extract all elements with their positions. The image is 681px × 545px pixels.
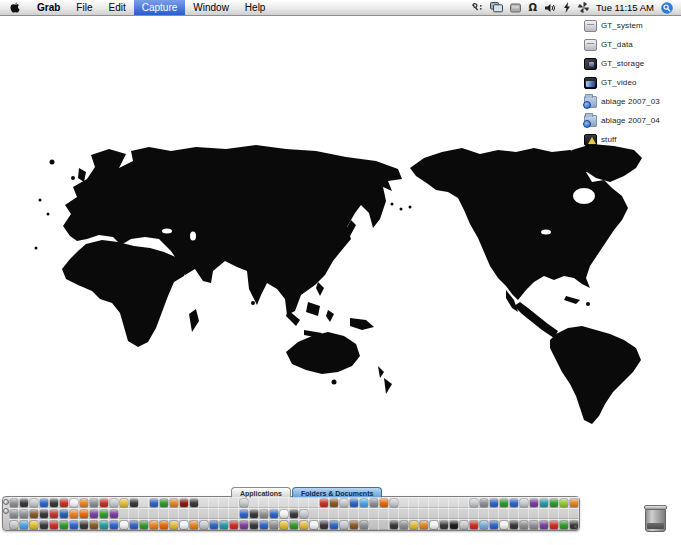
dock-app-icon[interactable] <box>129 519 139 530</box>
dock-app-icon[interactable] <box>269 508 279 519</box>
trash-icon[interactable] <box>645 505 666 532</box>
dock-app-icon[interactable] <box>19 508 29 519</box>
dock-app-icon[interactable] <box>39 508 49 519</box>
dock-app-icon[interactable] <box>349 497 359 508</box>
airport-icon[interactable] <box>578 0 589 15</box>
dock-app-icon[interactable] <box>239 497 249 508</box>
dock-app-icon[interactable] <box>159 519 169 530</box>
dock-app-icon[interactable] <box>539 519 549 530</box>
dock-app-icon[interactable] <box>509 519 519 530</box>
dock-app-icon[interactable] <box>539 497 549 508</box>
dock-app-icon[interactable] <box>89 519 99 530</box>
disk-icon[interactable] <box>510 0 521 15</box>
dock-app-icon[interactable] <box>329 519 339 530</box>
headphones-icon[interactable]: Ω <box>528 0 537 15</box>
dock-app-icon[interactable] <box>109 508 119 519</box>
dock-app-icon[interactable] <box>279 508 289 519</box>
dock-app-icon[interactable] <box>419 519 429 530</box>
volume-icon[interactable] <box>544 0 556 15</box>
dock-app-icon[interactable] <box>569 497 579 508</box>
dock-app-icon[interactable] <box>479 519 489 530</box>
dock-app-icon[interactable] <box>289 519 299 530</box>
dock-app-icon[interactable] <box>329 497 339 508</box>
dock-app-icon[interactable] <box>289 508 299 519</box>
dock-app-icon[interactable] <box>489 497 499 508</box>
dock-app-icon[interactable] <box>369 497 379 508</box>
dock-app-icon[interactable] <box>549 497 559 508</box>
dock-app-icon[interactable] <box>559 519 569 530</box>
desktop-icon-ablage-2007_03[interactable]: ablage 2007_03 <box>584 95 660 108</box>
dock-app-icon[interactable] <box>99 497 109 508</box>
dock-app-icon[interactable] <box>389 519 399 530</box>
desktop-icon-gt_video[interactable]: GT_video <box>584 76 660 89</box>
dock-app-icon[interactable] <box>259 508 269 519</box>
dock-app-icon[interactable] <box>9 519 19 530</box>
dock-app-icon[interactable] <box>249 519 259 530</box>
dock-app-icon[interactable] <box>549 519 559 530</box>
menu-window[interactable]: Window <box>185 0 237 15</box>
menu-help[interactable]: Help <box>237 0 274 15</box>
dock-app-icon[interactable] <box>229 519 239 530</box>
dock-app-icon[interactable] <box>189 497 199 508</box>
dock-app-icon[interactable] <box>379 497 389 508</box>
desktop-icon-gt_data[interactable]: GT_data <box>584 38 660 51</box>
dock-app-icon[interactable] <box>199 519 209 530</box>
dock-app-icon[interactable] <box>499 497 509 508</box>
dock-app-icon[interactable] <box>469 519 479 530</box>
displays-icon[interactable] <box>490 0 503 15</box>
dock-app-icon[interactable] <box>149 497 159 508</box>
dock-app-icon[interactable] <box>89 508 99 519</box>
dock-app-icon[interactable] <box>119 519 129 530</box>
dock-app-icon[interactable] <box>239 519 249 530</box>
dock-app-icon[interactable] <box>309 519 319 530</box>
dock-app-icon[interactable] <box>219 519 229 530</box>
dock-app-icon[interactable] <box>469 497 479 508</box>
dock-app-icon[interactable] <box>179 497 189 508</box>
menubar-clock[interactable]: Tue 11:15 AM <box>596 2 654 13</box>
dock-app-icon[interactable] <box>99 508 109 519</box>
dock-app-icon[interactable] <box>209 519 219 530</box>
dock-app-icon[interactable] <box>169 497 179 508</box>
dock-app-icon[interactable] <box>159 497 169 508</box>
dock-app-icon[interactable] <box>109 519 119 530</box>
dock-app-icon[interactable] <box>439 519 449 530</box>
dock-app-icon[interactable] <box>519 497 529 508</box>
dock-app-icon[interactable] <box>499 519 509 530</box>
dock-app-icon[interactable] <box>39 519 49 530</box>
dock-app-icon[interactable] <box>319 519 329 530</box>
dock-app-icon[interactable] <box>89 497 99 508</box>
dock-app-icon[interactable] <box>359 519 369 530</box>
dock-app-icon[interactable] <box>389 497 399 508</box>
apple-menu[interactable] <box>0 0 29 15</box>
menu-edit[interactable]: Edit <box>100 0 133 15</box>
dock-app-icon[interactable] <box>519 519 529 530</box>
dock-app-icon[interactable] <box>349 519 359 530</box>
dock-app-icon[interactable] <box>359 497 369 508</box>
dock-app-icon[interactable] <box>479 497 489 508</box>
dock-app-icon[interactable] <box>459 519 469 530</box>
dock-app-icon[interactable] <box>29 497 39 508</box>
dock-app-icon[interactable] <box>409 519 419 530</box>
dock-app-icon[interactable] <box>69 497 79 508</box>
menu-grab[interactable]: Grab <box>29 0 68 15</box>
dock-app-icon[interactable] <box>299 519 309 530</box>
dock-app-icon[interactable] <box>109 497 119 508</box>
desktop-icon-ablage-2007_04[interactable]: ablage 2007_04 <box>584 114 660 127</box>
dock-app-icon[interactable] <box>169 519 179 530</box>
dock-app-icon[interactable] <box>139 519 149 530</box>
dock-app-icon[interactable] <box>179 519 189 530</box>
dock-resize-handle[interactable] <box>574 525 577 528</box>
dock-app-icon[interactable] <box>189 519 199 530</box>
dock-app-icon[interactable] <box>79 497 89 508</box>
dock-app-icon[interactable] <box>129 497 139 508</box>
dock-app-icon[interactable] <box>249 508 259 519</box>
menu-capture[interactable]: Capture <box>134 0 186 15</box>
dock-app-icon[interactable] <box>269 519 279 530</box>
dock-app-icon[interactable] <box>19 497 29 508</box>
desktop-icon-gt_storage[interactable]: GT_storage <box>584 57 660 70</box>
dock-app-icon[interactable] <box>489 519 499 530</box>
desktop-icon-stuff[interactable]: stuff <box>584 133 660 146</box>
dock-app-icon[interactable] <box>19 519 29 530</box>
dock-app-icon[interactable] <box>79 508 89 519</box>
menu-file[interactable]: File <box>68 0 100 15</box>
